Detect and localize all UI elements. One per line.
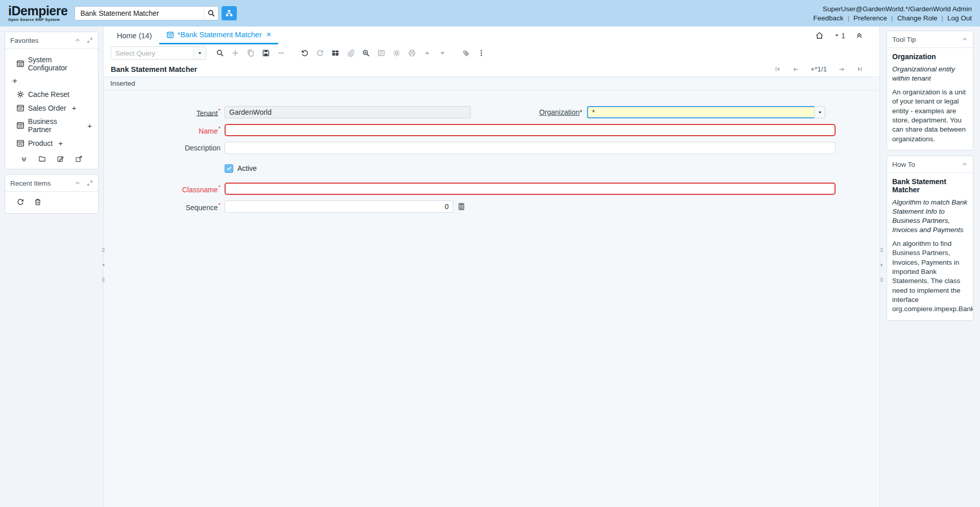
previous-record-icon[interactable] <box>792 66 799 73</box>
printer-icon <box>408 49 416 57</box>
logout-link[interactable]: Log Out <box>947 14 972 22</box>
search-button[interactable] <box>204 7 218 20</box>
zoom-across-button[interactable] <box>358 46 374 60</box>
collapse-favorites-icon[interactable] <box>75 37 81 43</box>
tab-home[interactable]: Home (14) <box>110 27 159 44</box>
record-counter: +*1/1 <box>811 65 827 73</box>
select-query-caret[interactable] <box>193 47 206 59</box>
first-record-icon[interactable] <box>774 66 781 72</box>
tenant-label: Tenant* <box>104 108 225 117</box>
process-button[interactable] <box>389 46 404 60</box>
select-query-input[interactable] <box>111 47 193 59</box>
body: Favorites System Configurator + Cache Re… <box>0 27 980 507</box>
favorite-item-cache-reset[interactable]: Cache Reset <box>8 88 95 101</box>
record-form: Tenant* Organization* Name* Description <box>104 90 879 507</box>
tenant-field[interactable] <box>225 106 471 118</box>
favorite-add-node[interactable]: + <box>8 74 95 88</box>
change-role-link[interactable]: Change Role <box>897 14 938 22</box>
triangle-up-icon <box>423 49 431 57</box>
splitter-grip[interactable] <box>878 247 885 253</box>
search-icon <box>216 49 224 57</box>
favorites-panel: Favorites System Configurator + Cache Re… <box>5 32 99 169</box>
detail-record-button[interactable] <box>435 46 450 60</box>
favorite-item-system-configurator[interactable]: System Configurator <box>8 53 95 74</box>
open-windows-dropdown[interactable]: 1 <box>834 32 845 40</box>
window-icon <box>166 31 174 39</box>
refresh-icon <box>316 49 324 57</box>
collapse-tooltip-icon[interactable] <box>962 36 968 42</box>
preference-link[interactable]: Preference <box>853 14 887 22</box>
gear-icon <box>393 49 401 57</box>
tooltip-panel: Tool Tip Organization Organizational ent… <box>887 31 973 150</box>
triangle-down-icon <box>438 49 447 57</box>
collapse-recent-icon[interactable] <box>75 180 81 186</box>
find-record-button[interactable] <box>212 46 228 60</box>
splitter-grip[interactable] <box>878 276 885 283</box>
collapse-all-icon[interactable] <box>855 32 863 39</box>
name-field[interactable] <box>225 124 836 136</box>
grid-icon <box>331 49 339 57</box>
splitter-grip[interactable] <box>100 276 107 283</box>
expand-all-icon[interactable] <box>20 156 28 163</box>
collapse-right-panel-icon[interactable] <box>878 262 885 268</box>
favorite-item-business-partner[interactable]: Business Partner + <box>8 115 95 136</box>
copy-record-button[interactable] <box>243 46 258 60</box>
organization-dropdown-button[interactable] <box>814 106 825 118</box>
status-text: Inserted <box>110 80 135 87</box>
label-button[interactable] <box>458 46 474 60</box>
report-button[interactable] <box>374 46 389 60</box>
expand-node-icon[interactable]: + <box>72 104 77 112</box>
feedback-link[interactable]: Feedback <box>813 14 843 22</box>
sequence-field[interactable] <box>225 200 453 213</box>
close-tab-icon[interactable]: × <box>266 30 271 39</box>
collapse-howto-icon[interactable] <box>962 161 968 167</box>
tooltip-description: An organization is a unit of your tenant… <box>892 88 968 144</box>
zoom-in-icon <box>362 49 370 57</box>
description-field[interactable] <box>225 142 836 154</box>
last-record-icon[interactable] <box>856 66 863 72</box>
expand-recent-icon[interactable] <box>87 180 93 186</box>
more-actions-button[interactable] <box>474 46 489 60</box>
expand-node-icon[interactable]: + <box>58 139 63 147</box>
global-search-input[interactable] <box>75 7 204 20</box>
next-record-icon[interactable] <box>838 66 845 73</box>
save-button[interactable] <box>258 46 274 60</box>
top-bar: iDempiere Open Source ERP System SuperUs… <box>0 0 980 27</box>
collapse-left-panel-icon[interactable] <box>100 262 107 268</box>
expand-favorites-icon[interactable] <box>87 37 93 43</box>
folder-icon[interactable] <box>38 155 46 163</box>
active-checkbox[interactable] <box>225 164 233 173</box>
tooltip-panel-title: Tool Tip <box>892 36 916 43</box>
tab-home-label: Home (14) <box>117 32 152 40</box>
calculator-icon[interactable] <box>457 202 465 211</box>
parent-record-button[interactable] <box>420 46 435 60</box>
window-icon <box>16 104 24 112</box>
attachment-button[interactable] <box>343 46 358 60</box>
favorites-title: Favorites <box>10 37 39 44</box>
grid-toggle-button[interactable] <box>328 46 343 60</box>
share-icon[interactable] <box>75 155 83 163</box>
classname-field[interactable] <box>225 183 836 195</box>
print-button[interactable] <box>404 46 420 60</box>
favorite-item-label: Cache Reset <box>28 90 69 98</box>
organization-field[interactable] <box>587 106 814 118</box>
window-title: Bank Statement Matcher <box>111 65 197 73</box>
home-icon[interactable] <box>815 31 824 40</box>
copy-icon <box>247 49 255 57</box>
favorite-item-product[interactable]: Product + <box>8 136 95 150</box>
refresh-button[interactable] <box>312 46 328 60</box>
new-record-button[interactable] <box>228 46 243 60</box>
refresh-recent-icon[interactable] <box>16 198 24 206</box>
tab-bank-statement-matcher[interactable]: *Bank Statement Matcher × <box>159 27 279 44</box>
splitter-grip[interactable] <box>100 247 107 253</box>
app-logo[interactable]: iDempiere Open Source ERP System <box>8 5 67 22</box>
favorite-item-sales-order[interactable]: Sales Order + <box>8 101 95 115</box>
undo-button[interactable] <box>297 46 312 60</box>
menu-tree-button[interactable] <box>222 6 237 20</box>
expand-node-icon[interactable]: + <box>87 121 92 130</box>
trash-icon[interactable] <box>34 198 42 206</box>
paperclip-icon <box>347 49 355 57</box>
window-icon <box>16 60 24 68</box>
delete-record-button[interactable] <box>274 46 289 60</box>
edit-icon[interactable] <box>57 155 64 163</box>
